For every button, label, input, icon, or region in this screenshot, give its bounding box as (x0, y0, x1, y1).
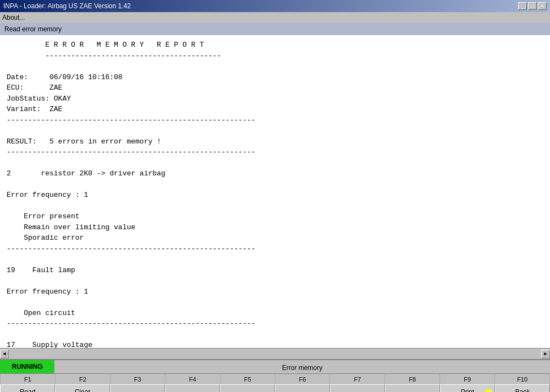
fkey-button-f9[interactable]: Print (440, 384, 495, 392)
content-area: E R R O R M E M O R Y R E P O R T ------… (0, 35, 550, 348)
window-title: INPA - Loader: Airbag US ZAE Version 1.4… (3, 2, 131, 10)
cursor-dot (483, 388, 493, 392)
menu-bar: About... (0, 12, 550, 23)
fkey-label-f10: F10 (495, 374, 550, 384)
fkey-buttons-row: ReadClearPrintBack (0, 384, 550, 392)
fkey-button-f6 (275, 384, 330, 392)
status-bar: ◀ ▶ (0, 348, 550, 359)
fkey-label-f9: F9 (440, 374, 495, 384)
fkey-label-f7: F7 (330, 374, 385, 384)
fkey-status-row: RUNNING Error memory (0, 360, 550, 373)
fkey-button-f8 (385, 384, 440, 392)
fkey-button-f2[interactable]: Clear (55, 384, 110, 392)
fkey-labels-row: F1F2F3F4F5F6F7F8F9F10 (0, 373, 550, 384)
fkey-button-f10[interactable]: Back (495, 384, 550, 392)
center-status-label: Error memory (54, 362, 550, 372)
title-controls: _ □ ✕ (518, 2, 547, 10)
fkey-button-f4 (165, 384, 220, 392)
fkey-button-f5 (220, 384, 275, 392)
content-scroll[interactable]: E R R O R M E M O R Y R E P O R T ------… (0, 35, 550, 348)
fkey-label-f3: F3 (111, 374, 166, 384)
section-title: Read error memory (0, 23, 550, 35)
close-button[interactable]: ✕ (538, 2, 547, 10)
about-menu-item[interactable]: About... (2, 14, 25, 21)
fkey-label-f6: F6 (276, 374, 331, 384)
fkey-button-f7 (330, 384, 385, 392)
scroll-right-arrow[interactable]: ▶ (541, 350, 550, 358)
fkey-label-f2: F2 (56, 374, 111, 384)
fkey-bar: RUNNING Error memory F1F2F3F4F5F6F7F8F9F… (0, 359, 550, 392)
fkey-button-f1[interactable]: Read (0, 384, 55, 392)
running-status: RUNNING (0, 360, 54, 373)
fkey-label-f8: F8 (385, 374, 440, 384)
fkey-label-f5: F5 (221, 374, 276, 384)
section-title-text: Read error memory (4, 25, 62, 33)
scroll-left-arrow[interactable]: ◀ (0, 350, 9, 358)
fkey-label-f4: F4 (166, 374, 221, 384)
fkey-label-f1: F1 (0, 374, 56, 384)
maximize-button[interactable]: □ (528, 2, 537, 10)
scroll-track-horizontal[interactable] (9, 350, 541, 358)
fkey-button-f3 (110, 384, 165, 392)
title-bar: INPA - Loader: Airbag US ZAE Version 1.4… (0, 0, 550, 12)
minimize-button[interactable]: _ (518, 2, 527, 10)
